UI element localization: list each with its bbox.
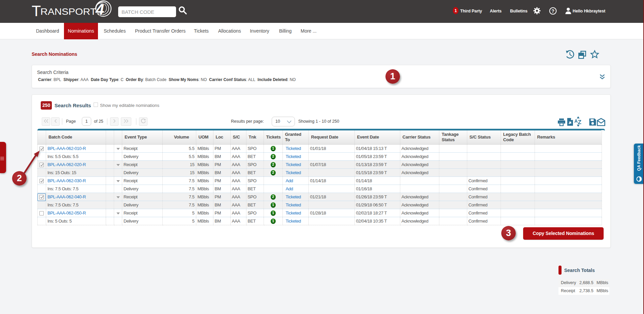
svg-text:?: ? xyxy=(551,8,554,14)
svg-text:A: A xyxy=(574,118,578,124)
svg-text:T: T xyxy=(32,2,41,19)
svg-text:Z: Z xyxy=(578,119,581,125)
svg-text:RANSPORT: RANSPORT xyxy=(40,6,96,17)
svg-text:4: 4 xyxy=(95,1,104,18)
